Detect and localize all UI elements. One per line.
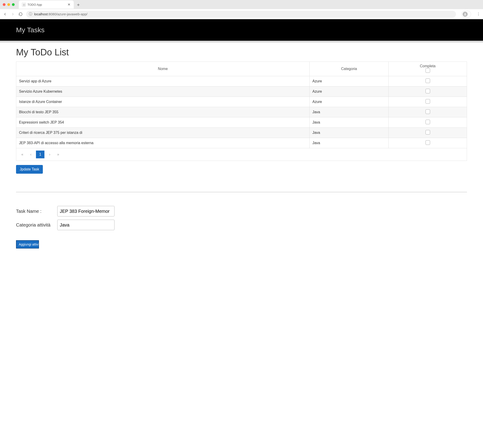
category-input[interactable] [312,141,323,145]
cell-name: Istanze di Azure Container [16,97,310,107]
cell-category [309,117,388,128]
address-port: :8080 [48,12,56,16]
cell-complete [389,87,467,97]
cell-complete [389,128,467,138]
complete-checkbox[interactable] [426,79,430,83]
favicon-icon: ◫ [22,3,26,6]
address-bar-row: ⓘ localhost:8080/azure-javaweb-app/ ⋮ [0,9,483,19]
cell-name: Servizio Azure Kubernetes [16,87,310,97]
browser-tab[interactable]: ◫ TODO App ✕ [19,0,74,9]
form-row-task-name: Task Name : [16,206,467,216]
task-name-label: Task Name : [16,209,55,214]
new-tab-button[interactable]: ＋ [76,2,81,8]
address-bar[interactable]: ⓘ localhost:8080/azure-javaweb-app/ [26,11,456,18]
complete-checkbox[interactable] [426,140,430,145]
profile-button[interactable] [461,11,471,18]
category-input[interactable] [312,120,323,124]
close-window-icon[interactable] [3,3,6,6]
col-header-complete: Completa [389,62,467,76]
category-input[interactable] [312,110,323,114]
forward-button[interactable] [10,12,15,16]
table-row: Servizi app di Azure [16,76,467,87]
category-input[interactable] [312,89,323,94]
svg-point-0 [465,13,466,14]
cell-complete [389,107,467,117]
app-banner: My Tasks [0,19,483,41]
cell-category [309,128,388,138]
cell-name: Blocchi di testo JEP 355 [16,107,310,117]
col-header-category: Categoria [309,62,388,76]
form-row-task-category: Categoria attività [16,220,467,230]
complete-checkbox[interactable] [426,99,430,104]
tab-bar: ◫ TODO App ✕ ＋ [0,0,483,9]
section-divider [16,192,467,192]
table-row: Blocchi di testo JEP 355 [16,107,467,117]
table-row: Servizio Azure Kubernetes [16,87,467,97]
cell-complete [389,97,467,107]
category-input[interactable] [312,100,323,104]
back-button[interactable] [3,12,7,16]
address-host: localhost [34,12,48,16]
close-tab-icon[interactable]: ✕ [67,2,71,7]
table-row: Criteri di ricerca JEP 375 per istanza d… [16,128,467,138]
pager-next-button[interactable]: › [47,151,52,158]
reload-button[interactable] [18,12,23,16]
cell-complete [389,76,467,87]
site-info-icon[interactable]: ⓘ [29,12,32,16]
browser-chrome: ◫ TODO App ✕ ＋ ⓘ localhost:8080/azure-ja… [0,0,483,19]
cell-complete [389,138,467,148]
pager: « ‹ 1 › » [19,151,61,158]
complete-checkbox[interactable] [426,130,430,135]
main-content: My ToDo List Nome Categoria Completa Ser… [0,43,483,258]
pager-current-page[interactable]: 1 [36,151,44,158]
page-title: My ToDo List [16,47,467,57]
table-row: JEP 383-API di accesso alla memoria este… [16,138,467,148]
complete-checkbox[interactable] [426,109,430,114]
cell-category [309,76,388,87]
task-category-input[interactable] [57,220,115,230]
cell-name: Criteri di ricerca JEP 375 per istanza d… [16,128,310,138]
pager-first-button[interactable]: « [19,151,26,158]
cell-name: Servizi app di Azure [16,76,310,87]
browser-menu-button[interactable]: ⋮ [477,12,480,16]
complete-checkbox[interactable] [426,120,430,124]
cell-name: JEP 383-API di accesso alla memoria este… [16,138,310,148]
category-input[interactable] [312,131,323,135]
minimize-window-icon[interactable] [7,3,10,6]
table-row: Espressioni switch JEP 354 [16,117,467,128]
category-input[interactable] [312,79,323,83]
add-task-button[interactable]: Aggiungi attività [16,240,39,248]
cell-complete [389,117,467,128]
task-category-label: Categoria attività [16,222,55,228]
todo-table: Nome Categoria Completa Servizi app di A… [16,62,467,161]
col-header-name: Nome [16,62,310,76]
maximize-window-icon[interactable] [12,3,15,6]
address-path: /azure-javaweb-app/ [56,12,88,16]
cell-category [309,87,388,97]
pager-prev-button[interactable]: ‹ [28,151,34,158]
cell-name: Espressioni switch JEP 354 [16,117,310,128]
tab-title: TODO App [27,3,42,6]
complete-checkbox[interactable] [426,89,430,93]
cell-category [309,107,388,117]
table-row: Istanze di Azure Container [16,97,467,107]
window-controls [3,3,15,6]
task-name-input[interactable] [57,206,115,216]
divider-strip [0,41,483,43]
cell-category [309,97,388,107]
select-all-checkbox[interactable] [426,68,430,73]
cell-category [309,138,388,148]
banner-title: My Tasks [16,26,44,34]
update-task-button[interactable]: Jpdate Task [16,165,43,174]
user-icon [463,12,468,17]
col-header-complete-label: Completa [391,64,464,68]
pager-last-button[interactable]: » [55,151,61,158]
